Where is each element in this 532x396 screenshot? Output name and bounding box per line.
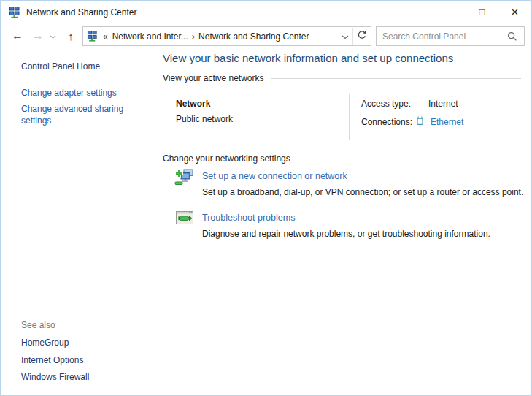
networking-settings-section-label: Change your networking settings	[163, 153, 290, 164]
network-name: Network	[176, 99, 210, 109]
see-also-header: See also	[21, 320, 55, 330]
refresh-icon	[357, 30, 367, 42]
search-input[interactable]	[377, 31, 505, 42]
setup-connection-link[interactable]: Set up a new connection or network	[202, 171, 347, 181]
title-bar: Network and Sharing Center – □ ×	[1, 1, 531, 23]
access-type-label: Access type:	[361, 99, 414, 109]
close-button[interactable]: ×	[498, 1, 531, 23]
forward-button[interactable]: →	[30, 29, 46, 42]
sidebar-item-homegroup[interactable]: HomeGroup	[21, 338, 69, 349]
address-dropdown-button[interactable]	[338, 28, 352, 45]
ethernet-plug-icon	[415, 116, 425, 128]
sidebar: Control Panel Home Change adapter settin…	[1, 48, 155, 395]
chevron-down-icon	[50, 31, 56, 42]
sidebar-item-windows-firewall[interactable]: Windows Firewall	[21, 372, 89, 384]
troubleshoot-item: Troubleshoot problems Diagnose and repai…	[163, 207, 521, 248]
active-network-panel: Network Public network Access type: Inte…	[163, 92, 521, 142]
close-icon: ×	[512, 6, 519, 18]
search-icon[interactable]	[505, 31, 520, 42]
sidebar-item-internet-options[interactable]: Internet Options	[21, 355, 83, 367]
networking-settings-section-header: Change your networking settings	[163, 151, 521, 166]
breadcrumb-overflow[interactable]: «	[99, 31, 109, 42]
access-type-row: Access type: Internet	[361, 99, 458, 109]
maximize-icon: □	[479, 7, 485, 17]
sidebar-item-change-adapter-settings[interactable]: Change adapter settings	[21, 88, 117, 99]
refresh-button[interactable]	[353, 28, 371, 45]
connections-row: Connections: Ethernet	[361, 116, 463, 128]
search-box	[376, 26, 525, 46]
main-content: View your basic network information and …	[163, 48, 521, 395]
connections-label: Connections:	[361, 117, 414, 127]
troubleshoot-icon	[174, 209, 195, 228]
recent-locations-dropdown[interactable]	[47, 31, 58, 42]
caption-buttons: – □ ×	[433, 1, 531, 23]
access-type-value: Internet	[428, 99, 458, 109]
network-panel-divider	[349, 94, 350, 140]
ethernet-link[interactable]: Ethernet	[431, 117, 463, 127]
network-app-icon	[9, 7, 20, 18]
up-button[interactable]: ↑	[63, 30, 78, 42]
navigation-toolbar: ← → ↑ « Netwo	[1, 23, 531, 48]
network-profile: Public network	[176, 114, 233, 124]
sidebar-item-change-advanced-sharing-settings[interactable]: Change advanced sharing settings	[21, 104, 132, 127]
setup-connection-item: Set up a new connection or network Set u…	[163, 165, 521, 206]
minimize-icon: –	[447, 6, 452, 16]
sidebar-item-control-panel-home[interactable]: Control Panel Home	[21, 61, 100, 73]
section-divider	[298, 159, 521, 159]
troubleshoot-link[interactable]: Troubleshoot problems	[202, 213, 295, 223]
troubleshoot-description: Diagnose and repair network problems, or…	[202, 229, 490, 239]
section-divider	[271, 78, 521, 79]
page-title: View your basic network information and …	[163, 52, 453, 64]
maximize-button[interactable]: □	[466, 1, 498, 23]
address-bar[interactable]: « Network and Inter... › Network and Sha…	[82, 26, 371, 46]
network-location-icon	[87, 31, 99, 42]
breadcrumb-parent[interactable]: Network and Inter...	[109, 31, 191, 42]
window: Network and Sharing Center – □ × ← → ↑	[0, 0, 532, 396]
window-title: Network and Sharing Center	[26, 7, 136, 18]
new-connection-icon	[174, 167, 195, 186]
minimize-button[interactable]: –	[433, 1, 466, 23]
chevron-down-icon	[342, 31, 349, 42]
breadcrumb-current[interactable]: Network and Sharing Center	[196, 31, 312, 42]
active-networks-section-header: View your active networks	[163, 71, 521, 85]
active-networks-section-label: View your active networks	[163, 73, 264, 83]
back-button[interactable]: ←	[9, 29, 26, 42]
setup-connection-description: Set up a broadband, dial-up, or VPN conn…	[202, 187, 523, 197]
